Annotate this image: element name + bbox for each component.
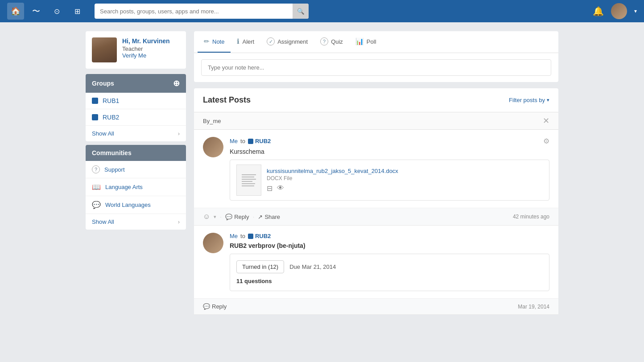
post-item-2: Me to RUB2 RUB2 verbprov (be-njuta) — [194, 226, 558, 315]
tab-note[interactable]: ✏ Note — [198, 31, 231, 53]
emoji-reaction-btn[interactable]: ☺ — [203, 213, 210, 221]
reply-icon: 💬 — [225, 214, 232, 220]
notifications-btn[interactable]: 🔔 — [593, 6, 604, 16]
reply-2-label: Reply — [212, 303, 227, 310]
groups-section: Groups ⊕ RUB1 RUB2 Show All › — [86, 74, 186, 141]
help-icon: ⊙ — [54, 7, 60, 16]
search-input[interactable] — [95, 8, 293, 15]
due-date-label: Due Mar 21, 2014 — [289, 263, 336, 270]
post-1-meta: Me to RUB2 ⚙ — [230, 137, 549, 145]
sidebar-item-rub2[interactable]: RUB2 — [86, 109, 186, 126]
poll-tab-icon: 📊 — [355, 37, 364, 45]
posts-title: Latest Posts — [203, 95, 251, 105]
post-1-footer: ☺ ▾ · 💬 Reply · ↗ Share — [194, 208, 558, 225]
attachment-info: kurssisuunnitelma_rub2_jakso_5_kevat_201… — [267, 168, 543, 193]
note-tab-label: Note — [212, 38, 224, 45]
profile-role: Teacher — [122, 45, 170, 52]
post-1-reply-btn[interactable]: 💬 Reply — [225, 214, 249, 220]
groups-title: Groups — [92, 80, 114, 87]
tab-quiz[interactable]: ? Quiz — [314, 31, 349, 53]
emoji-chevron-icon[interactable]: ▾ — [214, 214, 216, 220]
post-2-to: to — [240, 233, 245, 239]
user-avatar-nav[interactable] — [611, 3, 627, 19]
attachment-view-icon[interactable]: 👁 — [277, 184, 284, 193]
action-separator-2: · — [252, 213, 254, 220]
post-1-time: 42 minutes ago — [513, 214, 549, 220]
attachment-copy-icon[interactable]: ⊟ — [267, 184, 272, 193]
verify-me-link[interactable]: Verify Me — [122, 52, 170, 59]
help-nav-btn[interactable]: ⊙ — [48, 3, 65, 20]
books-nav-btn[interactable]: ⊞ — [69, 3, 86, 20]
assignment-tab-label: Assignment — [277, 38, 308, 45]
activity-nav-btn[interactable]: 〜 — [28, 3, 45, 20]
reply-label: Reply — [234, 214, 249, 220]
world-languages-label: World Languages — [105, 202, 151, 208]
active-filter-label: By_me — [203, 118, 221, 124]
note-tab-icon: ✏ — [204, 37, 210, 45]
post-2-text: RUB2 verbprov (be-njuta) — [230, 242, 549, 249]
tab-assignment[interactable]: ✓ Assignment — [260, 31, 314, 53]
share-label: Share — [264, 214, 280, 220]
assignment-status-row: Turned in (12) Due Mar 21, 2014 — [236, 260, 543, 273]
tab-alert[interactable]: ℹ Alert — [231, 31, 260, 53]
turned-in-btn[interactable]: Turned in (12) — [236, 260, 284, 273]
world-languages-icon: 💬 — [92, 201, 101, 209]
language-arts-label: Language Arts — [105, 184, 143, 190]
post-1-avatar — [203, 137, 223, 157]
turned-in-label: Turned in (12) — [242, 263, 278, 270]
sidebar-item-language-arts[interactable]: 📖 Language Arts — [86, 178, 186, 196]
tab-poll[interactable]: 📊 Poll — [349, 31, 383, 53]
books-icon: ⊞ — [74, 7, 80, 16]
post-1-settings-icon[interactable]: ⚙ — [543, 137, 549, 145]
note-input[interactable] — [201, 59, 551, 76]
poll-tab-label: Poll — [367, 38, 376, 45]
sidebar-item-world-languages[interactable]: 💬 World Languages — [86, 196, 186, 214]
attachment-filename[interactable]: kurssisuunnitelma_rub2_jakso_5_kevat_201… — [267, 168, 543, 174]
search-button[interactable]: 🔍 — [293, 4, 309, 19]
chevron-right-icon: › — [178, 218, 180, 225]
assignment-tab-icon: ✓ — [267, 37, 275, 45]
communities-show-all[interactable]: Show All › — [86, 214, 186, 230]
groups-show-all[interactable]: Show All › — [86, 126, 186, 141]
profile-avatar — [92, 37, 117, 62]
group-dot-icon — [248, 139, 253, 144]
communities-show-all-label: Show All — [92, 218, 114, 225]
user-menu-chevron[interactable]: ▾ — [634, 8, 637, 14]
post-2-body: Me to RUB2 RUB2 verbprov (be-njuta) — [194, 226, 558, 298]
post-1-group[interactable]: RUB2 — [248, 138, 271, 144]
post-2-group[interactable]: RUB2 — [248, 233, 271, 239]
filter-bar: By_me ✕ — [194, 112, 558, 130]
action-separator-1: · — [220, 213, 222, 220]
post-1-content: Me to RUB2 ⚙ Kursschema — [230, 137, 549, 201]
sidebar-item-rub1[interactable]: RUB1 — [86, 93, 186, 109]
groups-show-all-label: Show All — [92, 130, 114, 137]
sidebar: Hi, Mr. Kurvinen Teacher Verify Me Group… — [86, 31, 186, 315]
filter-close-icon[interactable]: ✕ — [543, 116, 549, 126]
group-square-icon — [92, 98, 98, 104]
language-arts-icon: 📖 — [92, 183, 101, 191]
add-group-icon[interactable]: ⊕ — [173, 78, 180, 88]
profile-greeting: Hi, Mr. Kurvinen — [122, 37, 170, 45]
attachment-thumbnail — [236, 165, 261, 196]
communities-section: Communities ? Support 📖 Language Arts 💬 … — [86, 145, 186, 230]
activity-icon: 〜 — [32, 6, 40, 16]
post-2-content: Me to RUB2 RUB2 verbprov (be-njuta) — [230, 233, 549, 291]
sidebar-item-support[interactable]: ? Support — [86, 161, 186, 178]
composer-tabs: ✏ Note ℹ Alert ✓ Assignment ? Quiz 📊 — [194, 31, 558, 53]
group-rub1-label: RUB1 — [103, 97, 119, 104]
post-2-reply-btn[interactable]: 💬 Reply — [203, 303, 227, 310]
alert-tab-icon: ℹ — [237, 37, 239, 45]
home-nav-btn[interactable]: 🏠 — [7, 3, 24, 20]
quiz-tab-label: Quiz — [331, 38, 343, 45]
post-2-actions: 💬 Reply — [203, 303, 227, 310]
quiz-tab-icon: ? — [320, 37, 328, 45]
search-bar: 🔍 — [95, 4, 309, 19]
assignment-details: Turned in (12) Due Mar 21, 2014 11 quest… — [230, 254, 549, 291]
post-1-share-btn[interactable]: ↗ Share — [258, 214, 280, 220]
post-1-to: to — [240, 138, 245, 144]
filter-chevron-icon: ▾ — [547, 97, 549, 103]
post-2-group-name: RUB2 — [255, 233, 271, 239]
posts-header: Latest Posts Filter posts by ▾ — [194, 88, 558, 112]
group-rub2-label: RUB2 — [103, 114, 119, 121]
filter-posts-btn[interactable]: Filter posts by ▾ — [509, 97, 549, 103]
